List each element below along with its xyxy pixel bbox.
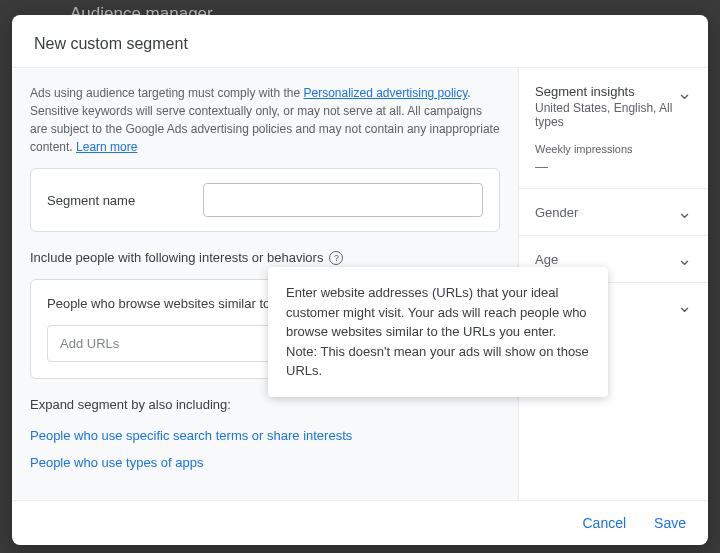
dialog-title: New custom segment: [12, 15, 708, 68]
new-segment-dialog: New custom segment Ads using audience ta…: [12, 15, 708, 545]
policy-link[interactable]: Personalized advertising policy: [303, 86, 467, 100]
chevron-down-icon[interactable]: ⌄: [677, 84, 692, 102]
url-help-tooltip: Enter website addresses (URLs) that your…: [268, 267, 608, 397]
age-label: Age: [535, 252, 558, 267]
url-placeholder: Add URLs: [60, 336, 119, 351]
compliance-part1: Ads using audience targeting must comply…: [30, 86, 303, 100]
help-icon[interactable]: ?: [329, 251, 343, 265]
dialog-footer: Cancel Save: [12, 500, 708, 545]
include-label-text: Include people with following interests …: [30, 250, 323, 265]
compliance-text: Ads using audience targeting must comply…: [30, 84, 500, 156]
impressions-value: —: [535, 159, 692, 174]
chevron-down-icon: ⌄: [677, 203, 692, 221]
expand-link-search-terms[interactable]: People who use specific search terms or …: [30, 428, 500, 443]
include-section-label: Include people with following interests …: [30, 250, 500, 265]
impressions-label: Weekly impressions: [535, 143, 692, 155]
expand-link-apps[interactable]: People who use types of apps: [30, 455, 500, 470]
segment-name-label: Segment name: [47, 193, 135, 208]
expand-section-label: Expand segment by also including:: [30, 397, 500, 412]
gender-section[interactable]: Gender ⌄: [519, 189, 708, 236]
cancel-button[interactable]: Cancel: [582, 515, 626, 531]
insights-title: Segment insights: [535, 84, 677, 99]
segment-name-card: Segment name: [30, 168, 500, 232]
save-button[interactable]: Save: [654, 515, 686, 531]
gender-label: Gender: [535, 205, 578, 220]
chevron-down-icon: ⌄: [677, 297, 692, 315]
people-label-text: People who browse websites similar to: [47, 296, 270, 311]
chevron-down-icon: ⌄: [677, 250, 692, 268]
learn-more-link[interactable]: Learn more: [76, 140, 137, 154]
insights-subtitle: United States, English, All types: [535, 101, 677, 129]
segment-name-input[interactable]: [203, 183, 483, 217]
